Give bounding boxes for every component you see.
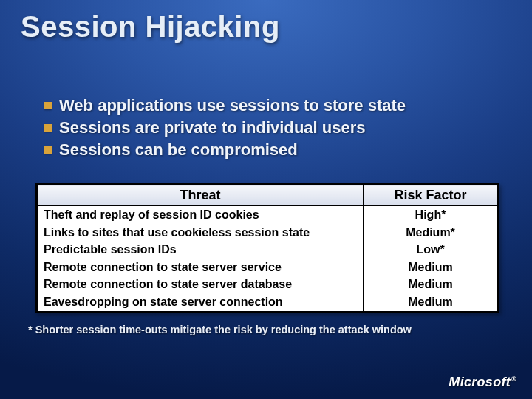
table: Threat Risk Factor Theft and replay of s… xyxy=(37,185,498,311)
logo-text: Microsoft xyxy=(449,375,511,389)
header-risk: Risk Factor xyxy=(364,185,498,206)
bullet-item: Web applications use sessions to store s… xyxy=(44,96,502,115)
table-row: Eavesdropping on state server connection… xyxy=(38,293,498,311)
bullet-item: Sessions are private to individual users xyxy=(44,118,502,137)
slide-title: Session Hijacking xyxy=(21,10,280,44)
bullet-marker-icon xyxy=(44,146,52,154)
bullet-text: Sessions can be compromised xyxy=(59,140,298,160)
table-header-row: Threat Risk Factor xyxy=(38,185,498,206)
registered-icon: ® xyxy=(511,375,516,383)
table-row: Links to sites that use cookieless sessi… xyxy=(38,224,498,242)
table-row: Predictable session IDs Low* xyxy=(38,241,498,259)
cell-threat: Predictable session IDs xyxy=(38,241,364,259)
cell-threat: Remote connection to state server servic… xyxy=(38,259,364,276)
cell-threat: Eavesdropping on state server connection xyxy=(38,293,364,311)
threat-table: Threat Risk Factor Theft and replay of s… xyxy=(35,183,499,313)
microsoft-logo: Microsoft® xyxy=(449,375,516,390)
bullet-text: Sessions are private to individual users xyxy=(59,118,366,137)
table-row: Theft and replay of session ID cookies H… xyxy=(38,206,498,224)
table-row: Remote connection to state server databa… xyxy=(38,276,498,293)
cell-risk: Medium xyxy=(364,276,498,293)
cell-risk: Low* xyxy=(364,241,498,259)
bullet-marker-icon xyxy=(44,124,52,132)
cell-threat: Links to sites that use cookieless sessi… xyxy=(38,224,364,242)
bullet-item: Sessions can be compromised xyxy=(44,140,502,160)
footnote: * Shorter session time-outs mitigate the… xyxy=(28,324,412,335)
cell-risk: Medium* xyxy=(364,224,498,242)
bullet-list: Web applications use sessions to store s… xyxy=(44,96,502,163)
slide: Session Hijacking Web applications use s… xyxy=(0,0,532,399)
cell-risk: Medium xyxy=(364,293,498,311)
table-row: Remote connection to state server servic… xyxy=(38,259,498,276)
header-threat: Threat xyxy=(38,185,364,206)
cell-threat: Remote connection to state server databa… xyxy=(38,276,364,293)
cell-risk: High* xyxy=(364,206,498,224)
cell-threat: Theft and replay of session ID cookies xyxy=(38,206,364,224)
cell-risk: Medium xyxy=(364,259,498,276)
bullet-text: Web applications use sessions to store s… xyxy=(59,96,406,115)
bullet-marker-icon xyxy=(44,102,52,109)
